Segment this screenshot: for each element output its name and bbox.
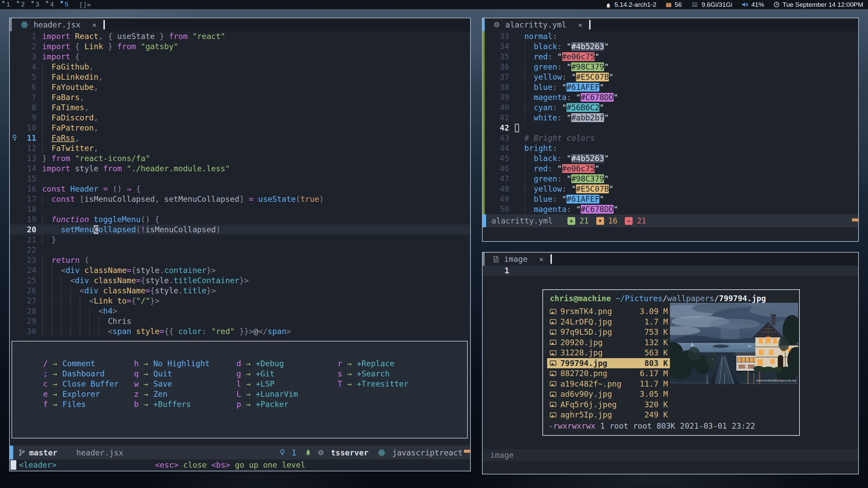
code-line[interactable]: 19 function toggleMenu() {: [10, 214, 470, 225]
workspace-switcher: 12345: [0, 0, 73, 9]
tab-title: image: [504, 255, 527, 263]
command-line[interactable]: <leader> <esc> close <bs> go up one leve…: [10, 460, 470, 471]
image-file-icon: [550, 309, 556, 314]
code-line[interactable]: 6 FaYoutube,: [10, 82, 470, 92]
code-line[interactable]: 17 const [isMenuCollapsed, setMenuCollap…: [10, 194, 470, 204]
code-line[interactable]: 29 Chris: [10, 316, 470, 326]
code-line[interactable]: 1import React, { useState } from "react": [10, 31, 470, 41]
code-line[interactable]: 15: [10, 174, 470, 184]
code-line[interactable]: 30 <span style={{ color: "red" }}>@</spa…: [10, 326, 470, 336]
file-row[interactable]: a19c482f~.png11.7 M: [547, 379, 671, 389]
workspace-button[interactable]: 5: [58, 0, 73, 9]
code-line[interactable]: 4 FaGithub,: [10, 62, 470, 72]
file-row[interactable]: 24LrDFQ.jpg1.7 M: [547, 317, 671, 327]
code-line[interactable]: 27 <Link to={"/"}>: [10, 296, 470, 306]
code-line[interactable]: 43 # Bright colors: [483, 133, 858, 143]
code-line[interactable]: 36 green: "#98C379": [483, 62, 858, 72]
line-number: 1: [10, 31, 42, 41]
line-number: 40: [483, 102, 515, 113]
code-line[interactable]: 24 <div className={style.container}>: [10, 265, 470, 275]
code-line[interactable]: 1: [483, 266, 858, 276]
code-line[interactable]: 23 return (: [10, 255, 470, 265]
workspace-button[interactable]: 1: [0, 0, 15, 9]
code-line[interactable]: 46 red: "#e06c75": [483, 163, 858, 174]
code-line[interactable]: 12 FaTwitter,: [10, 143, 470, 153]
code-line[interactable]: 47 green: "#98C379": [483, 174, 858, 184]
code-line[interactable]: 5 FaLinkedin,: [10, 72, 470, 82]
line-number: 6: [10, 82, 42, 92]
code-line[interactable]: 10 FaPatreon,: [10, 123, 470, 133]
scroll-indicator: [464, 450, 471, 453]
preview-watermark: www.DesktopBackground.org: [756, 379, 796, 382]
whichkey-item: g→+Git: [236, 369, 298, 379]
winbar-status-text: image: [490, 451, 514, 460]
code-line[interactable]: 13} from "react-icons/fa": [10, 153, 470, 163]
tab-close-icon[interactable]: ×: [578, 21, 582, 29]
code-line[interactable]: 14import style from "./header.module.les…: [10, 163, 470, 174]
file-row[interactable]: 31228.jpg563 K: [547, 348, 671, 358]
file-row[interactable]: 20920.jpg132 K: [547, 337, 671, 348]
line-number: 48: [483, 184, 515, 194]
code-line[interactable]: 7 FaBars,: [10, 92, 470, 102]
code-line[interactable]: 50 magenta: "#C678DD": [483, 204, 858, 214]
code-line[interactable]: 41 white: "#abb2bf": [483, 113, 858, 123]
line-number: 18: [10, 204, 42, 214]
code-line[interactable]: 3import {: [10, 52, 470, 62]
code-line[interactable]: 8 FaTimes,: [10, 102, 470, 113]
workspace-button[interactable]: 3: [29, 0, 44, 9]
code-line[interactable]: 2import { Link } from "gatsby": [10, 41, 470, 52]
line-number: 20: [10, 225, 42, 235]
keybind-hint: <esc> close <bs> go up one level: [155, 460, 305, 471]
picker-path-title: chris@machine ~/Pictures/wallpapers/7997…: [550, 294, 766, 303]
file-row[interactable]: aghr5Ip.jpg249 K: [547, 410, 671, 420]
tab-close-icon[interactable]: ×: [92, 21, 96, 29]
line-number: 23: [10, 255, 42, 265]
tab-image[interactable]: image ×: [485, 253, 551, 266]
code-line[interactable]: 25 <div className={style.titleContainer}…: [10, 275, 470, 286]
code-line[interactable]: 40 cyan: "#56B6C2": [483, 102, 858, 113]
code-line[interactable]: 49 blue: "#61AFEF": [483, 194, 858, 204]
code-line[interactable]: 39 magenta: "#C678DD": [483, 92, 858, 102]
code-line[interactable]: 22: [10, 245, 470, 255]
code-line[interactable]: 33 normal:: [483, 31, 858, 41]
code-line[interactable]: 48 yellow: "#E5C07B": [483, 184, 858, 194]
code-line[interactable]: 34 black: "#4b5263": [483, 41, 858, 52]
code-line[interactable]: 37 yellow: "#E5C07B": [483, 72, 858, 82]
line-number: 49: [483, 194, 515, 204]
line-number: 27: [10, 296, 42, 306]
code-line[interactable]: 18: [10, 204, 470, 214]
line-number: 47: [483, 174, 515, 184]
code-line[interactable]: 9 FaDiscord,: [10, 113, 470, 123]
workspace-indicator: [17, 1, 19, 3]
code-area: 33 normal:34 black: "#4b5263"35 red: "#e…: [483, 31, 858, 214]
code-line[interactable]: 35 red: "#e06c75": [483, 52, 858, 62]
file-row[interactable]: 882720.png6.17 M: [547, 368, 671, 379]
file-row[interactable]: 799794.jpg803 K: [547, 358, 671, 369]
file-row[interactable]: ad6v90y.jpg3.05 M: [547, 389, 671, 399]
workspace-button[interactable]: 4: [44, 0, 58, 9]
memory-icon: [691, 2, 698, 7]
code-line[interactable]: 21 }: [10, 235, 470, 245]
editor-window-image: image × 1 chris@machine ~/Pictures/wallp…: [482, 252, 859, 474]
code-line[interactable]: 20 setMenuCollapsed(!isMenuCollapsed): [10, 225, 470, 235]
code-line[interactable]: 11 FaRss,: [10, 133, 470, 143]
file-row[interactable]: 9rsmTK4.png3.09 M: [547, 306, 671, 317]
code-line[interactable]: 28 <h4>: [10, 306, 470, 316]
code-line[interactable]: 44 bright:: [483, 143, 858, 153]
tab-close-icon[interactable]: ×: [539, 255, 543, 263]
line-number: 10: [10, 123, 42, 133]
whichkey-item: p→+Packer: [236, 399, 298, 409]
code-line[interactable]: 42: [483, 123, 858, 133]
code-line[interactable]: 26 <div className={style.title}>: [10, 286, 470, 296]
file-row[interactable]: 97q9L5D.jpg753 K: [547, 327, 671, 337]
code-line[interactable]: 38 blue: "#61AFEF": [483, 82, 858, 92]
tab-alacritty-yml[interactable]: ⚙ alacritty.yml ×: [485, 18, 589, 31]
tab-header-jsx[interactable]: header.jsx ×: [12, 18, 103, 31]
workspace-button[interactable]: 2: [15, 0, 29, 9]
image-file-icon: [550, 360, 556, 366]
file-row[interactable]: AFq5r6j.jpeg320 K: [547, 399, 671, 410]
line-number: 28: [10, 306, 42, 316]
top-status-bar: 12345 []= 5.14.2-arch1-2 56 9.6Gi/31Gi 4…: [0, 0, 868, 9]
code-line[interactable]: 16const Header = () ⇒ {: [10, 184, 470, 194]
code-line[interactable]: 45 black: "#4b5263": [483, 153, 858, 163]
